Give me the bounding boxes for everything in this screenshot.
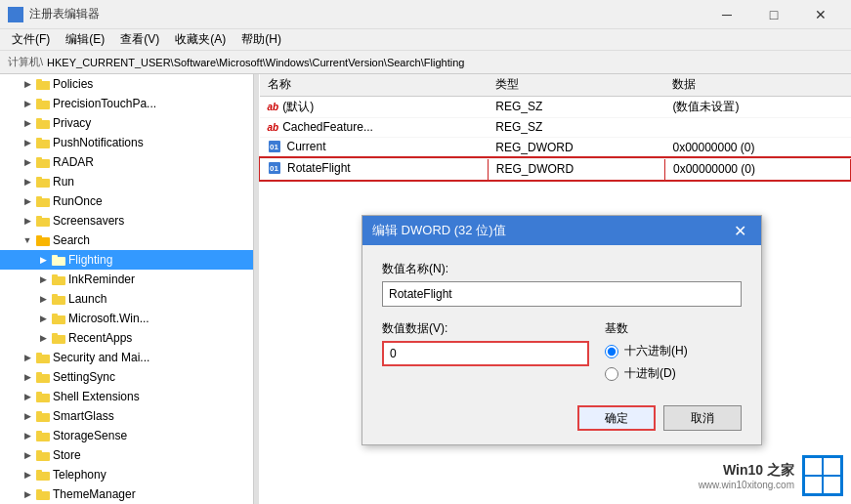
radio-dec-input[interactable]	[605, 367, 618, 381]
dialog-name-label: 数值名称(N):	[382, 261, 742, 277]
radio-dec-label: 十进制(D)	[624, 365, 676, 382]
dialog-base-section: 基数 十六进制(H) 十进制(D)	[605, 320, 742, 382]
dialog-confirm-button[interactable]: 确定	[577, 405, 656, 431]
dialog-value-input[interactable]	[382, 341, 589, 366]
dialog-base-title: 基数	[605, 320, 742, 337]
radio-dec[interactable]: 十进制(D)	[605, 365, 742, 382]
edit-dword-dialog: 编辑 DWORD (32 位)值 ✕ 数值名称(N): 数值数据(V): 基数 …	[362, 215, 762, 445]
watermark-url: www.win10xitong.com	[699, 480, 794, 490]
radio-group: 十六进制(H) 十进制(D)	[605, 343, 742, 382]
dialog-close-button[interactable]: ✕	[728, 219, 751, 242]
radio-hex-label: 十六进制(H)	[624, 343, 688, 359]
win-tile-4	[824, 477, 840, 493]
dialog-name-input[interactable]	[382, 281, 742, 307]
radio-hex[interactable]: 十六进制(H)	[605, 343, 742, 359]
win-tile-3	[805, 477, 822, 493]
watermark-text: Win10 之家	[699, 462, 794, 480]
dialog-title-bar: 编辑 DWORD (32 位)值 ✕	[362, 216, 761, 245]
radio-hex-input[interactable]	[605, 345, 618, 358]
watermark: Win10 之家 www.win10xitong.com	[699, 455, 843, 496]
dialog-value-section: 数值数据(V):	[382, 320, 589, 366]
dialog-footer: 确定 取消	[362, 398, 761, 444]
dialog-body: 数值名称(N): 数值数据(V): 基数 十六进制(H)	[362, 245, 761, 398]
win-tile-2	[824, 458, 840, 475]
dialog-overlay: 编辑 DWORD (32 位)值 ✕ 数值名称(N): 数值数据(V): 基数 …	[0, 0, 851, 504]
dialog-row: 数值数据(V): 基数 十六进制(H) 十进制(D)	[382, 320, 742, 382]
dialog-title: 编辑 DWORD (32 位)值	[372, 222, 506, 239]
dialog-cancel-button[interactable]: 取消	[663, 405, 742, 431]
watermark-logo	[802, 455, 843, 496]
win-tile-1	[805, 458, 822, 475]
dialog-value-label: 数值数据(V):	[382, 320, 589, 337]
